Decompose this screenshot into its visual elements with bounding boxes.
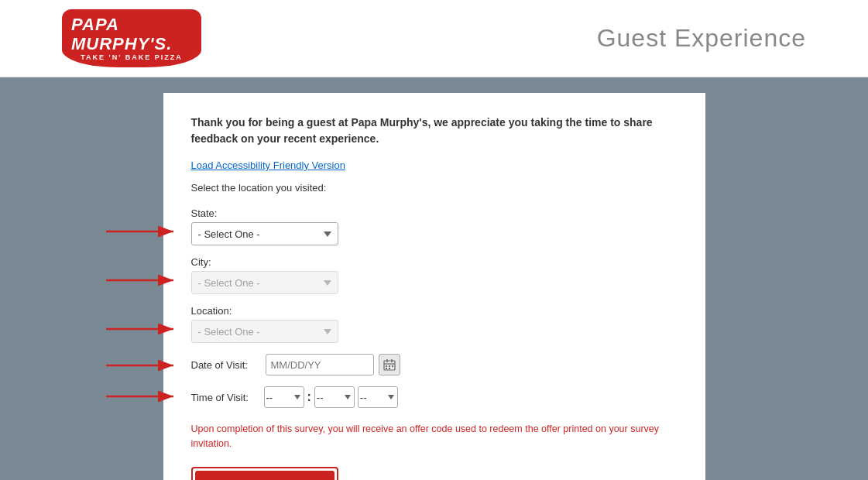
start-button-wrapper: Start bbox=[191, 467, 338, 481]
state-field-group: State: - Select One - bbox=[191, 207, 678, 245]
logo-container: PAPA MURPHY'S. TAKE 'N' BAKE PIZZA bbox=[62, 9, 201, 67]
state-arrow-indicator bbox=[106, 223, 180, 240]
city-arrow-indicator bbox=[106, 272, 180, 289]
city-label: City: bbox=[191, 256, 678, 268]
date-label: Date of Visit: bbox=[191, 359, 261, 371]
time-hour-select[interactable]: -- bbox=[264, 386, 304, 408]
svg-rect-16 bbox=[389, 368, 390, 369]
calendar-icon[interactable] bbox=[379, 354, 400, 375]
time-label: Time of Visit: bbox=[191, 392, 261, 403]
time-colon: : bbox=[307, 390, 311, 404]
time-field-group: Time of Visit: -- : -- -- bbox=[191, 386, 678, 408]
intro-text: Thank you for being a guest at Papa Murp… bbox=[191, 115, 678, 147]
city-arrow-icon bbox=[106, 272, 180, 289]
state-select[interactable]: - Select One - bbox=[191, 222, 338, 245]
button-area: Start bbox=[191, 467, 678, 481]
location-arrow-icon bbox=[106, 321, 180, 338]
svg-rect-12 bbox=[386, 365, 387, 367]
logo: PAPA MURPHY'S. TAKE 'N' BAKE PIZZA bbox=[62, 9, 201, 67]
time-arrow-icon bbox=[106, 388, 180, 405]
time-arrow-indicator bbox=[106, 388, 180, 405]
svg-rect-13 bbox=[389, 365, 390, 367]
logo-main-text: PAPA MURPHY'S. bbox=[71, 15, 192, 53]
start-arrow-indicator bbox=[345, 476, 422, 480]
city-field-group: City: - Select One - bbox=[191, 256, 678, 294]
content-card: Thank you for being a guest at Papa Murp… bbox=[163, 93, 705, 480]
location-label: Location: bbox=[191, 305, 678, 317]
date-arrow-icon bbox=[106, 357, 180, 374]
date-arrow-indicator bbox=[106, 357, 180, 374]
page-title: Guest Experience bbox=[597, 24, 806, 53]
accessibility-link[interactable]: Load Accessibility Friendly Version bbox=[191, 159, 345, 171]
city-select[interactable]: - Select One - bbox=[191, 271, 338, 294]
start-arrow-icon bbox=[345, 476, 422, 480]
logo-sub-text: TAKE 'N' BAKE PIZZA bbox=[81, 53, 183, 61]
date-field-group: Date of Visit: bbox=[191, 354, 678, 375]
location-arrow-indicator bbox=[106, 321, 180, 338]
main-background: Thank you for being a guest at Papa Murp… bbox=[0, 77, 868, 480]
location-field-group: Location: - Select One - bbox=[191, 305, 678, 343]
time-ampm-select[interactable]: -- bbox=[358, 386, 398, 408]
site-header: PAPA MURPHY'S. TAKE 'N' BAKE PIZZA Guest… bbox=[0, 0, 868, 77]
time-minute-select[interactable]: -- bbox=[314, 386, 355, 408]
svg-rect-15 bbox=[386, 368, 387, 369]
location-select[interactable]: - Select One - bbox=[191, 320, 338, 343]
state-arrow-icon bbox=[106, 223, 180, 240]
date-input[interactable] bbox=[266, 354, 374, 375]
svg-rect-14 bbox=[392, 365, 393, 367]
state-label: State: bbox=[191, 207, 678, 219]
start-button[interactable]: Start bbox=[195, 471, 335, 481]
select-location-label: Select the location you visited: bbox=[191, 182, 678, 194]
offer-text: Upon completion of this survey, you will… bbox=[191, 422, 678, 451]
